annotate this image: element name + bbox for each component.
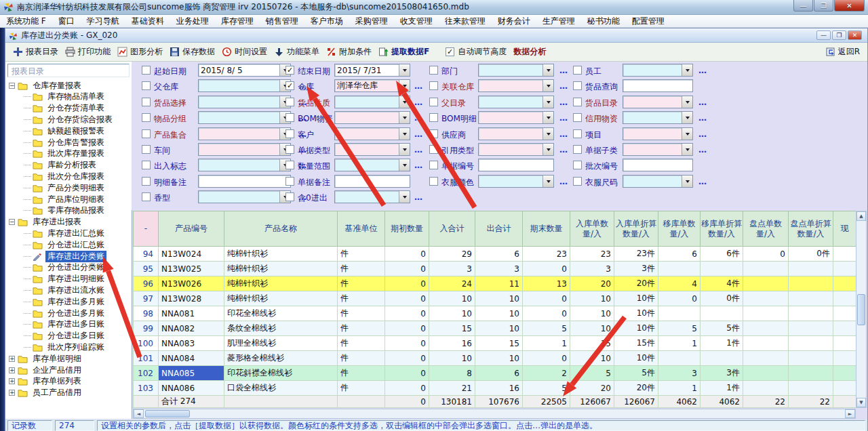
table-cell[interactable]: 98 bbox=[134, 306, 159, 321]
table-cell[interactable] bbox=[833, 276, 856, 291]
table-cell[interactable] bbox=[743, 366, 789, 381]
table-cell[interactable]: N13W026 bbox=[159, 276, 224, 291]
tree-item[interactable]: 分仓进出多日账 bbox=[5, 331, 132, 342]
table-cell[interactable]: 15 bbox=[475, 336, 523, 351]
tree-item[interactable]: −仓库存量报表 bbox=[5, 80, 132, 91]
table-row[interactable]: 103NNA086口袋全棉线衫件0211652020件11件 bbox=[134, 381, 856, 396]
graph-analysis-button[interactable]: 图形分析 bbox=[117, 46, 163, 58]
filter-field[interactable] bbox=[478, 143, 554, 156]
filter-checkbox[interactable] bbox=[142, 192, 151, 201]
table-cell[interactable]: 0 bbox=[385, 262, 429, 276]
filter-checkbox[interactable] bbox=[429, 145, 438, 154]
menu-item[interactable]: 配置管理 bbox=[626, 16, 671, 27]
table-cell[interactable] bbox=[743, 276, 789, 291]
filter-field[interactable] bbox=[198, 143, 291, 156]
table-cell[interactable]: 23件 bbox=[614, 247, 658, 262]
table-row[interactable]: 102NNA085印花斜襟全棉线衫件086255件33件 bbox=[134, 366, 856, 381]
table-cell[interactable]: 6 bbox=[475, 247, 523, 262]
filter-field[interactable] bbox=[478, 79, 554, 92]
table-cell[interactable]: 15 bbox=[570, 336, 614, 351]
menu-item[interactable]: 学习导航 bbox=[81, 16, 125, 27]
filter-field[interactable] bbox=[478, 96, 554, 108]
tree-item[interactable]: 批次分仓库报表 bbox=[5, 171, 132, 182]
filter-field[interactable] bbox=[198, 175, 291, 188]
child-restore-button[interactable]: ❐ bbox=[832, 30, 846, 40]
table-cell[interactable]: NNA081 bbox=[159, 306, 224, 321]
filter-field[interactable] bbox=[478, 127, 554, 140]
tree-expand-toggle[interactable]: + bbox=[9, 367, 15, 373]
table-cell[interactable]: 102 bbox=[134, 366, 159, 381]
table-cell[interactable]: 10 bbox=[429, 351, 475, 366]
dropdown-button[interactable] bbox=[542, 64, 553, 76]
filter-checkbox[interactable] bbox=[285, 129, 294, 138]
table-cell[interactable] bbox=[658, 351, 701, 366]
table-cell[interactable]: 口袋全棉线衫 bbox=[224, 381, 338, 396]
minimize-button[interactable]: — bbox=[793, 0, 813, 12]
menu-item[interactable]: 基础资料 bbox=[125, 16, 170, 27]
table-cell[interactable]: 5 bbox=[523, 321, 570, 336]
table-cell[interactable]: 1 bbox=[658, 381, 701, 396]
dropdown-button[interactable] bbox=[399, 80, 410, 91]
filter-checkbox[interactable] bbox=[285, 98, 294, 106]
column-header[interactable]: 盘点单数量/入 bbox=[743, 211, 789, 247]
menu-item[interactable]: 收支管理 bbox=[394, 16, 439, 27]
auto-height-checkbox[interactable]: ✓ bbox=[446, 47, 454, 56]
table-cell[interactable] bbox=[833, 336, 856, 351]
table-cell[interactable] bbox=[789, 276, 833, 291]
ellipsis-button[interactable]: … bbox=[559, 100, 568, 105]
table-cell[interactable]: 1 bbox=[658, 336, 701, 351]
ellipsis-button[interactable]: … bbox=[559, 131, 568, 137]
dropdown-button[interactable] bbox=[542, 112, 553, 123]
table-cell[interactable] bbox=[743, 262, 789, 276]
ellipsis-button[interactable]: … bbox=[414, 100, 423, 105]
table-cell[interactable]: 1件 bbox=[701, 381, 743, 396]
filter-checkbox[interactable] bbox=[429, 177, 438, 186]
filter-checkbox[interactable] bbox=[285, 113, 294, 122]
table-cell[interactable]: 10 bbox=[570, 291, 614, 306]
table-cell[interactable]: 10件 bbox=[614, 291, 658, 306]
dropdown-button[interactable] bbox=[399, 112, 410, 123]
filter-field[interactable] bbox=[623, 175, 693, 188]
table-cell[interactable]: 24 bbox=[429, 276, 475, 291]
table-cell[interactable] bbox=[789, 336, 833, 351]
filter-checkbox[interactable] bbox=[285, 161, 294, 169]
tree-item[interactable]: +库存单据列表 bbox=[5, 376, 132, 387]
dropdown-button[interactable] bbox=[682, 144, 692, 155]
table-cell[interactable]: 5件 bbox=[701, 321, 743, 336]
table-cell[interactable] bbox=[833, 247, 856, 262]
table-cell[interactable]: 件 bbox=[338, 262, 385, 276]
column-header[interactable]: 基准单位 bbox=[338, 211, 385, 247]
table-row[interactable]: 98NNA081印花全棉线衫件0101001010件 bbox=[134, 306, 856, 321]
menu-item[interactable]: 采购管理 bbox=[349, 16, 394, 27]
table-cell[interactable]: 5 bbox=[523, 381, 570, 396]
filter-field[interactable] bbox=[623, 111, 693, 124]
table-cell[interactable]: 20 bbox=[570, 276, 614, 291]
filter-field[interactable] bbox=[478, 159, 554, 171]
table-cell[interactable]: 100 bbox=[134, 336, 159, 351]
filter-field[interactable] bbox=[198, 111, 291, 124]
tree-expand-toggle[interactable]: + bbox=[9, 356, 15, 362]
table-cell[interactable]: 0 bbox=[523, 291, 570, 306]
table-cell[interactable]: 3 bbox=[429, 262, 475, 276]
ellipsis-button[interactable]: … bbox=[698, 100, 707, 105]
table-cell[interactable]: 103 bbox=[134, 381, 159, 396]
filter-checkbox[interactable]: ✓ bbox=[285, 81, 294, 90]
table-cell[interactable]: 纯棉针织衫 bbox=[224, 276, 338, 291]
ellipsis-button[interactable]: … bbox=[559, 179, 568, 184]
dropdown-button[interactable] bbox=[399, 96, 410, 108]
table-cell[interactable]: 件 bbox=[338, 366, 385, 381]
table-cell[interactable]: 件 bbox=[338, 247, 385, 262]
menu-item[interactable]: 客户市场 bbox=[304, 16, 349, 27]
table-cell[interactable]: 纯棉针织衫 bbox=[224, 247, 338, 262]
filter-checkbox[interactable] bbox=[429, 66, 438, 75]
table-cell[interactable]: 0 bbox=[385, 291, 429, 306]
tree-item[interactable]: 库存进出分类账 bbox=[5, 251, 132, 262]
column-header[interactable]: 入库单数量/入 bbox=[570, 211, 614, 247]
ellipsis-button[interactable]: … bbox=[698, 131, 707, 137]
dropdown-button[interactable] bbox=[682, 128, 692, 140]
column-header[interactable]: 入库单折算数量/入 bbox=[614, 211, 658, 247]
table-cell[interactable] bbox=[701, 262, 743, 276]
dropdown-button[interactable] bbox=[542, 80, 553, 91]
filter-checkbox[interactable] bbox=[429, 81, 438, 90]
tree-item[interactable]: 批次序列追踪账 bbox=[5, 342, 132, 352]
